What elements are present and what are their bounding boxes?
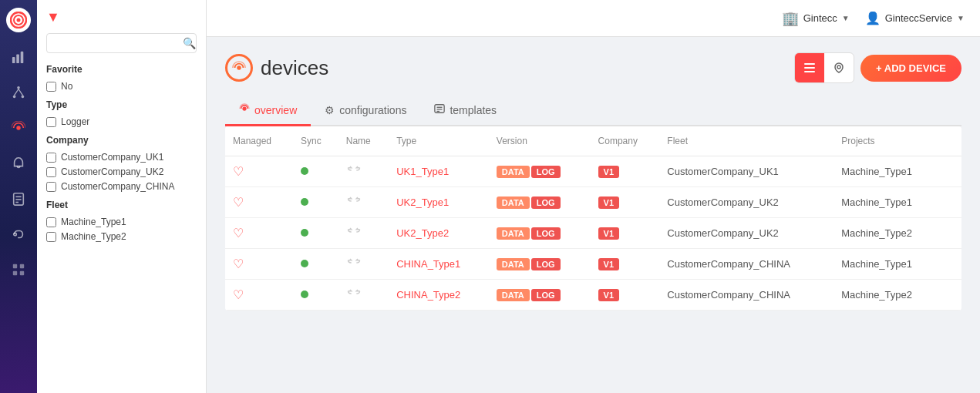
favorite-no-checkbox[interactable] xyxy=(46,82,56,92)
svg-point-26 xyxy=(242,106,246,110)
main-content: 🏢 Gintecc ▼ 👤 GinteccService ▼ devices xyxy=(207,0,980,393)
device-name-0[interactable]: UK1_Type1 xyxy=(396,166,449,177)
favorite-heart-0[interactable]: ♡ xyxy=(233,165,244,178)
tab-overview-label: overview xyxy=(254,104,297,116)
svg-rect-18 xyxy=(20,264,24,268)
nav-hierarchy[interactable] xyxy=(8,82,29,103)
top-header: 🏢 Gintecc ▼ 👤 GinteccService ▼ xyxy=(207,0,980,37)
user-selector[interactable]: 👤 GinteccService ▼ xyxy=(865,11,965,25)
sync-dot-3 xyxy=(301,260,308,267)
col-type: Type xyxy=(389,126,489,156)
sync-arrows-4 xyxy=(338,280,389,311)
type-logger-item[interactable]: Logger xyxy=(46,116,197,127)
nav-alerts[interactable] xyxy=(8,153,29,174)
device-table-wrapper: Managed Sync Name Type Version Company F… xyxy=(225,126,961,311)
badge-data-3: DATA xyxy=(497,258,530,270)
tab-configurations[interactable]: ⚙ configurations xyxy=(311,96,420,126)
sync-arrows-2 xyxy=(338,218,389,249)
company-cell-4: CustomerCompany_CHINA xyxy=(659,280,834,311)
favorite-heart-2[interactable]: ♡ xyxy=(233,227,244,240)
svg-rect-19 xyxy=(13,271,17,275)
tab-configurations-label: configurations xyxy=(339,104,406,116)
company-uk1-label: CustomerCompany_UK1 xyxy=(61,152,163,163)
search-input[interactable] xyxy=(53,38,183,49)
badge-log-4: LOG xyxy=(531,289,561,301)
table-row: ♡ UK2_Type2DATALOGV1CustomerCompany_UK2M… xyxy=(225,218,961,249)
version-cell-0: V1 xyxy=(591,156,660,187)
type-logger-checkbox[interactable] xyxy=(46,117,56,127)
company-uk2-checkbox[interactable] xyxy=(46,167,56,177)
svg-line-10 xyxy=(19,89,22,96)
table-row: ♡ UK1_Type1DATALOGV1CustomerCompany_UK1M… xyxy=(225,156,961,187)
device-name-4[interactable]: CHINA_Type2 xyxy=(396,289,460,301)
app-logo[interactable] xyxy=(6,8,31,32)
version-cell-2: V1 xyxy=(591,218,660,249)
user-name: GinteccService xyxy=(885,12,952,24)
tab-templates-label: templates xyxy=(450,104,497,116)
map-view-button[interactable] xyxy=(824,53,854,82)
svg-line-9 xyxy=(15,89,19,96)
table-row: ♡ UK2_Type1DATALOGV1CustomerCompany_UK2M… xyxy=(225,187,961,218)
badge-log-3: LOG xyxy=(531,258,561,270)
col-managed: Managed xyxy=(225,126,293,156)
device-table: Managed Sync Name Type Version Company F… xyxy=(225,126,961,311)
fleet-type2-label: Machine_Type2 xyxy=(61,231,126,242)
version-cell-3: V1 xyxy=(591,249,660,280)
fleet-type2-checkbox[interactable] xyxy=(46,232,56,242)
add-device-button[interactable]: + ADD DEVICE xyxy=(860,55,961,82)
list-view-button[interactable] xyxy=(795,53,824,82)
favorite-heart-4[interactable]: ♡ xyxy=(233,288,244,301)
fleet-type1-checkbox[interactable] xyxy=(46,217,56,227)
company-uk1-item[interactable]: CustomerCompany_UK1 xyxy=(46,152,197,163)
company-uk2-item[interactable]: CustomerCompany_UK2 xyxy=(46,166,197,177)
company-china-item[interactable]: CustomerCompany_CHINA xyxy=(46,181,197,192)
svg-point-6 xyxy=(17,86,20,89)
col-company: Company xyxy=(591,126,660,156)
type-cell-2: DATALOG xyxy=(489,218,591,249)
favorite-heart-3[interactable]: ♡ xyxy=(233,257,244,270)
org-selector[interactable]: 🏢 Gintecc ▼ xyxy=(782,10,850,27)
fleet-cell-3: Machine_Type1 xyxy=(834,249,942,280)
favorite-heart-1[interactable]: ♡ xyxy=(233,196,244,209)
svg-point-25 xyxy=(837,66,840,69)
fleet-type2-item[interactable]: Machine_Type2 xyxy=(46,231,197,242)
col-sync: Sync xyxy=(293,126,338,156)
sidebar: ▼ 🔍 Favorite No Type Logger Company Cust… xyxy=(37,0,207,393)
col-fleet: Fleet xyxy=(659,126,834,156)
device-name-3[interactable]: CHINA_Type1 xyxy=(396,258,460,270)
org-chevron-icon: ▼ xyxy=(842,14,850,22)
svg-point-2 xyxy=(17,18,21,22)
fleet-section-title: Fleet xyxy=(46,200,197,210)
table-header-row: Managed Sync Name Type Version Company F… xyxy=(225,126,961,156)
nav-integrations[interactable] xyxy=(8,223,29,245)
badge-data-0: DATA xyxy=(497,166,530,178)
tab-templates[interactable]: templates xyxy=(420,96,510,126)
device-name-1[interactable]: UK2_Type1 xyxy=(396,196,449,208)
sync-arrows-0 xyxy=(338,156,389,187)
sidebar-search[interactable]: 🔍 xyxy=(46,33,197,53)
badge-data-4: DATA xyxy=(497,289,530,301)
svg-rect-22 xyxy=(804,63,815,65)
company-section-title: Company xyxy=(46,135,197,146)
type-cell-0: DATALOG xyxy=(489,156,591,187)
badge-log-0: LOG xyxy=(531,166,561,178)
org-icon: 🏢 xyxy=(782,10,799,27)
svg-point-7 xyxy=(13,96,16,99)
sync-dot-4 xyxy=(301,291,308,298)
company-china-checkbox[interactable] xyxy=(46,182,56,192)
col-version: Version xyxy=(489,126,591,156)
nav-grid[interactable] xyxy=(8,259,29,280)
nav-reports[interactable] xyxy=(8,188,29,210)
projects-cell-3 xyxy=(942,249,961,280)
nav-analytics[interactable] xyxy=(8,46,29,68)
device-name-2[interactable]: UK2_Type2 xyxy=(396,227,449,239)
search-icon: 🔍 xyxy=(183,37,196,49)
nav-devices[interactable] xyxy=(8,117,29,139)
filter-icon[interactable]: ▼ xyxy=(46,9,197,25)
tab-overview[interactable]: overview xyxy=(225,96,311,126)
favorite-no-item[interactable]: No xyxy=(46,81,197,92)
fleet-type1-item[interactable]: Machine_Type1 xyxy=(46,217,197,227)
company-uk1-checkbox[interactable] xyxy=(46,153,56,163)
version-cell-1: V1 xyxy=(591,187,660,218)
projects-cell-1 xyxy=(942,187,961,218)
